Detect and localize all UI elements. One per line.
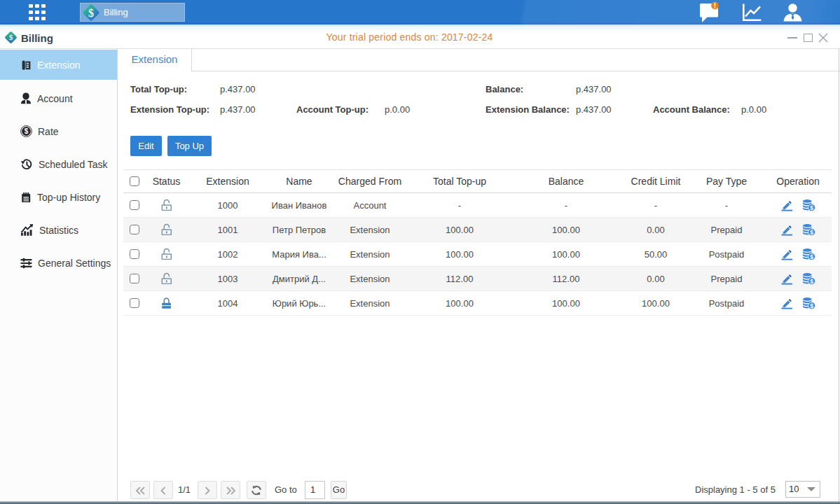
svg-text:$: $ (25, 127, 29, 135)
svg-text:$: $ (88, 7, 94, 19)
svg-text:$: $ (810, 302, 813, 309)
svg-text:!: ! (714, 2, 716, 10)
svg-text:$: $ (810, 204, 813, 211)
svg-text:$: $ (810, 278, 813, 285)
svg-text:$: $ (810, 253, 813, 260)
svg-text:$: $ (810, 229, 813, 236)
